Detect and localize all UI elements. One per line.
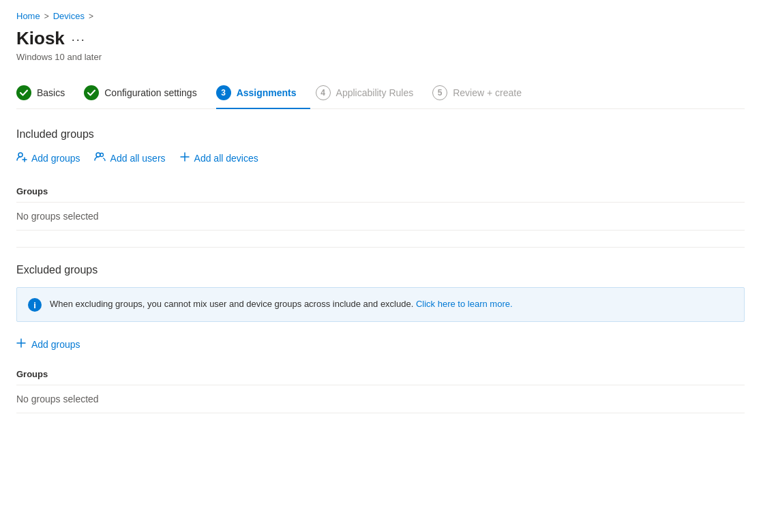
excluded-groups-section: Excluded groups i When excluding groups,…: [16, 264, 745, 413]
step-circle-basics: [16, 85, 31, 100]
tab-basics[interactable]: Basics: [16, 78, 78, 108]
step-circle-configuration: [84, 85, 99, 100]
info-icon: i: [28, 298, 42, 312]
step-circle-applicability: 4: [316, 85, 331, 100]
excluded-groups-info-box: i When excluding groups, you cannot mix …: [16, 287, 745, 322]
tab-basics-label: Basics: [37, 87, 65, 98]
page-title-row: Kiosk ···: [16, 28, 745, 49]
add-all-devices-icon: [179, 151, 190, 164]
included-groups-empty: No groups selected: [16, 203, 745, 231]
tab-review-label: Review + create: [453, 87, 522, 98]
breadcrumb-devices[interactable]: Devices: [53, 11, 85, 21]
page-subtitle: Windows 10 and later: [16, 52, 745, 62]
more-options-button[interactable]: ···: [72, 33, 86, 47]
breadcrumb-home[interactable]: Home: [16, 11, 40, 21]
included-groups-actions: Add groups Add all users: [16, 151, 745, 164]
excluded-groups-title: Excluded groups: [16, 264, 745, 276]
check-icon-basics: [19, 88, 29, 98]
breadcrumb: Home > Devices >: [16, 11, 745, 21]
included-groups-title: Included groups: [16, 128, 745, 141]
add-groups-icon: [16, 151, 27, 164]
excluded-groups-header: Groups: [16, 364, 745, 385]
info-link[interactable]: Click here to learn more.: [416, 299, 513, 309]
add-all-users-button[interactable]: Add all users: [94, 151, 166, 164]
excluded-add-groups-label: Add groups: [31, 339, 80, 350]
info-text: When excluding groups, you cannot mix us…: [50, 297, 513, 311]
included-groups-section: Included groups Add groups: [16, 128, 745, 231]
add-groups-button[interactable]: Add groups: [16, 151, 80, 164]
excluded-groups-empty: No groups selected: [16, 385, 745, 413]
add-all-users-icon: [94, 151, 106, 164]
tab-assignments[interactable]: 3 Assignments: [216, 78, 310, 108]
excluded-add-groups-button[interactable]: Add groups: [16, 338, 80, 350]
step-circle-review: 5: [432, 85, 447, 100]
add-all-devices-label: Add all devices: [194, 153, 258, 164]
tab-configuration[interactable]: Configuration settings: [84, 78, 210, 108]
info-message: When excluding groups, you cannot mix us…: [50, 299, 413, 309]
step-circle-assignments: 3: [216, 85, 231, 100]
add-groups-label: Add groups: [31, 153, 80, 164]
tab-review[interactable]: 5 Review + create: [432, 78, 535, 108]
tab-applicability-label: Applicability Rules: [336, 87, 414, 98]
add-all-users-label: Add all users: [110, 153, 166, 164]
svg-point-0: [18, 153, 23, 157]
breadcrumb-sep-1: >: [44, 12, 49, 21]
add-all-devices-button[interactable]: Add all devices: [179, 151, 258, 164]
tab-assignments-label: Assignments: [237, 87, 297, 98]
excluded-groups-table: Groups No groups selected: [16, 364, 745, 413]
included-groups-header: Groups: [16, 181, 745, 203]
tab-applicability[interactable]: 4 Applicability Rules: [316, 78, 428, 108]
page-title: Kiosk: [16, 28, 65, 49]
check-icon-configuration: [87, 88, 96, 98]
breadcrumb-sep-2: >: [89, 12, 93, 21]
excluded-add-groups-icon: [16, 338, 26, 350]
tab-configuration-label: Configuration settings: [104, 87, 196, 98]
included-groups-table: Groups No groups selected: [16, 181, 745, 231]
section-divider: [16, 247, 745, 248]
wizard-tabs: Basics Configuration settings 3 Assignme…: [16, 78, 745, 109]
